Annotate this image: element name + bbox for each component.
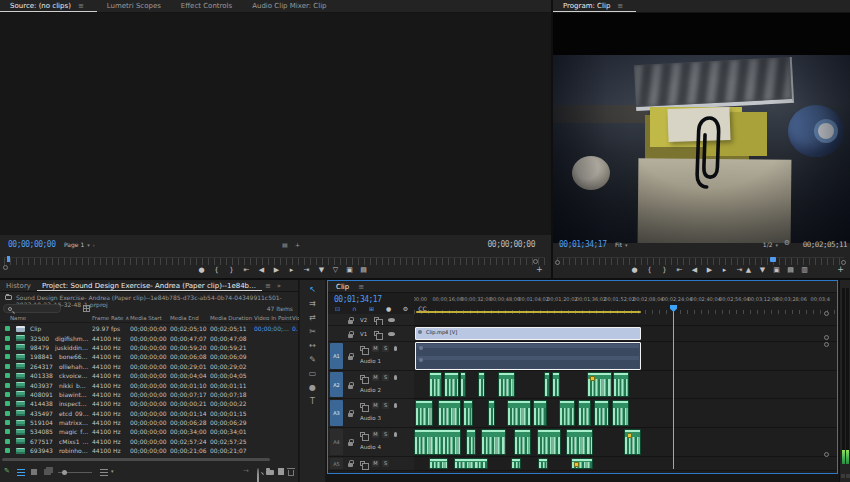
source-timecode[interactable]: 00;00;00;00	[8, 240, 55, 249]
playback-resolution-select[interactable]: 1/2 ▾	[763, 241, 778, 248]
scroll-handle[interactable]	[824, 452, 829, 457]
audio-clip[interactable]	[414, 429, 461, 455]
audio-clip[interactable]	[466, 429, 476, 455]
solo-button[interactable]: S	[382, 402, 389, 409]
add-marker-button[interactable]: ●	[629, 265, 640, 275]
go-to-out-button[interactable]: ⇥	[301, 265, 312, 275]
audio-clip[interactable]	[429, 372, 442, 397]
linked-audio-clip[interactable]	[415, 342, 641, 370]
icon-view-button[interactable]	[31, 469, 37, 475]
settings-wrench-icon[interactable]: ⚙	[784, 239, 790, 247]
audio-clip[interactable]	[481, 429, 506, 455]
track-select-forward-tool[interactable]: ⇉	[306, 299, 319, 308]
solo-button[interactable]: S	[382, 431, 389, 438]
insert-button[interactable]: ▼	[316, 265, 327, 275]
voiceover-mic-icon[interactable]	[394, 375, 397, 380]
col-media-end[interactable]: Media End	[170, 315, 210, 321]
project-row[interactable]: 534085__magic_fxmakeupf44100 Hz00;00;00;…	[0, 427, 298, 436]
tab-effect-controls[interactable]: Effect Controls	[171, 0, 242, 12]
audio-clip[interactable]	[578, 400, 591, 426]
col-name[interactable]: Name	[0, 315, 92, 321]
step-back-button[interactable]: ◀	[689, 265, 700, 275]
sync-lock-icon[interactable]	[360, 346, 365, 351]
audio-clip[interactable]	[438, 400, 461, 426]
project-row[interactable]: 32500__digifishmusic__crou44100 Hz00;00;…	[0, 333, 298, 342]
go-to-in-button[interactable]: ⇤	[241, 265, 252, 275]
sync-lock-icon[interactable]	[374, 317, 379, 322]
mute-button[interactable]	[841, 474, 845, 478]
source-scroll-handle-right[interactable]	[533, 259, 538, 264]
chevron-down-icon[interactable]: ▾	[111, 468, 114, 474]
audio-clip[interactable]	[429, 458, 448, 469]
audio-clip[interactable]	[552, 372, 560, 397]
tab-program[interactable]: Program: Clip ≡	[553, 0, 636, 12]
zoom-slider[interactable]	[58, 472, 92, 473]
horizontal-scrollbar[interactable]	[2, 458, 270, 461]
find-icon[interactable]	[257, 468, 259, 482]
solo-button[interactable]: S	[382, 374, 389, 381]
program-scrub-ruler[interactable]	[557, 257, 844, 265]
voiceover-mic-icon[interactable]	[394, 403, 397, 408]
mute-button[interactable]: M	[372, 374, 379, 381]
audio-clip[interactable]	[566, 429, 593, 455]
source-patch-a1[interactable]: A1	[330, 343, 343, 369]
tab-history[interactable]: History	[0, 280, 37, 291]
rectangle-tool[interactable]: ▭	[306, 369, 319, 378]
comparison-view-button[interactable]: ▤	[785, 265, 796, 275]
step-forward-button[interactable]: ▸	[286, 265, 297, 275]
lift-button[interactable]: ▲	[743, 265, 754, 275]
audio-clip[interactable]	[559, 400, 575, 426]
ripple-edit-tool[interactable]: ⇄	[306, 313, 319, 322]
sync-lock-icon[interactable]	[360, 403, 365, 408]
source-patch-a4[interactable]: A4	[330, 429, 343, 455]
go-to-in-button[interactable]: ⇤	[674, 265, 685, 275]
panel-menu-icon[interactable]: ≡	[75, 2, 87, 10]
lock-icon[interactable]	[348, 334, 353, 338]
lock-icon[interactable]	[348, 385, 353, 389]
project-row[interactable]: 403937__nikki_bass__sigh-44100 Hz00;00;0…	[0, 380, 298, 389]
source-scroll-handle-left[interactable]	[3, 265, 8, 270]
lock-icon[interactable]	[348, 320, 353, 324]
track-id[interactable]: V2	[360, 317, 367, 323]
project-row[interactable]: 693943__robinhood76__1144100 Hz00;00;00;…	[0, 446, 298, 455]
selection-tool[interactable]: ↖	[306, 285, 319, 294]
program-timecode[interactable]: 00;01;34;17	[559, 240, 606, 249]
tab-overflow-icon[interactable]: »	[274, 280, 284, 291]
mark-out-button[interactable]: }	[659, 265, 670, 275]
col-media-start[interactable]: Media Start	[130, 315, 170, 321]
col-frame-rate[interactable]: Frame Rate ∧	[92, 315, 130, 321]
add-button[interactable]: +	[295, 241, 300, 248]
button-editor-plus[interactable]: +	[837, 265, 844, 274]
lock-icon[interactable]	[348, 356, 353, 360]
audio-clip[interactable]	[507, 400, 531, 426]
solo-button[interactable]: S	[382, 345, 389, 352]
list-view-button[interactable]	[17, 469, 25, 476]
hand-tool[interactable]: ●	[306, 383, 319, 392]
drag-video-audio-button[interactable]: ▥	[799, 265, 810, 275]
solo-button[interactable]	[846, 474, 850, 478]
tab-sequence-clip[interactable]: Clip	[328, 283, 355, 291]
audio-clip[interactable]	[454, 458, 488, 469]
mute-button[interactable]: M	[372, 402, 379, 409]
track-lane-a3[interactable]	[414, 399, 837, 428]
program-scroll-handle-left[interactable]	[555, 260, 560, 265]
project-row[interactable]: 414438__inspectorj__light-44100 Hz00;00;…	[0, 399, 298, 408]
track-label[interactable]: Audio 2	[360, 387, 381, 393]
project-row[interactable]: 98479__juskiddink__flock-o44100 Hz00;00;…	[0, 343, 298, 352]
audio-clip[interactable]	[537, 429, 561, 455]
razor-tool[interactable]: ✂	[306, 327, 319, 336]
mark-out-button[interactable]: }	[226, 265, 237, 275]
source-patch-a3[interactable]: A3	[330, 400, 343, 426]
export-frame-button[interactable]: ▣	[771, 265, 782, 275]
add-marker-icon[interactable]: ●	[383, 304, 394, 314]
source-page-select[interactable]: Page 1 ▾ ›	[64, 241, 95, 248]
play-button[interactable]: ▶	[271, 265, 282, 275]
audio-clip[interactable]	[613, 372, 629, 397]
automate-to-sequence-icon[interactable]: →	[243, 467, 249, 475]
tab-lumetri-scopes[interactable]: Lumetri Scopes	[97, 0, 171, 12]
track-lane-a2[interactable]	[414, 371, 837, 399]
audio-clip[interactable]	[594, 400, 609, 426]
lock-icon[interactable]	[348, 463, 353, 467]
track-label[interactable]: Audio 4	[360, 444, 381, 450]
zoom-level-select[interactable]: Fit ▾	[615, 241, 628, 248]
